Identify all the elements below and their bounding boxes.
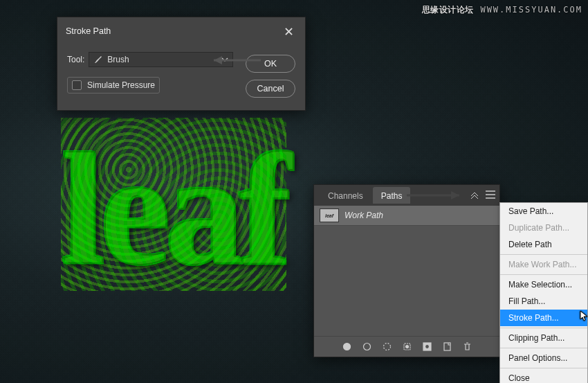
dialog-left: Tool: Brush Simulate Pressure: [67, 52, 233, 98]
panel-context-menu: Save Path...Duplicate Path...Delete Path…: [499, 202, 588, 383]
hamburger-icon: [486, 190, 495, 199]
tool-value: Brush: [107, 55, 129, 64]
paths-list[interactable]: leaf Work Path: [314, 206, 499, 336]
watermark-top-url: WWW.MISSYUAN.COM: [480, 5, 582, 15]
artwork-text: leaf: [61, 118, 286, 291]
simulate-pressure-label: Simulate Pressure: [87, 80, 155, 90]
watermark-top: 思缘设计论坛 WWW.MISSYUAN.COM: [422, 4, 582, 16]
fill-path-icon[interactable]: [342, 341, 352, 352]
menu-item-save-path[interactable]: Save Path...: [500, 203, 587, 220]
menu-item-duplicate-path: Duplicate Path...: [500, 220, 587, 236]
menu-item-panel-options[interactable]: Panel Options...: [500, 350, 587, 366]
paths-panel: Channels Paths leaf Work Path: [313, 184, 500, 357]
menu-item-delete-path[interactable]: Delete Path: [500, 236, 587, 253]
cursor-pointer: [580, 310, 588, 321]
svg-point-2: [383, 344, 390, 350]
path-thumbnail: leaf: [320, 208, 339, 222]
menu-item-stroke-path[interactable]: Stroke Path...: [500, 310, 587, 326]
path-name: Work Path: [344, 211, 383, 220]
path-to-selection-icon[interactable]: [382, 341, 392, 352]
delete-path-icon[interactable]: [462, 341, 472, 352]
dialog-close-button[interactable]: [280, 23, 297, 39]
tool-label: Tool:: [67, 55, 84, 64]
tool-row: Tool: Brush: [67, 52, 233, 67]
menu-item-close[interactable]: Close: [500, 370, 587, 383]
svg-rect-7: [444, 343, 450, 350]
simulate-pressure-checkbox[interactable]: [72, 80, 82, 90]
make-work-path-icon[interactable]: [402, 341, 412, 352]
svg-point-6: [425, 345, 429, 349]
annotation-arrow-2: [405, 189, 468, 202]
menu-item-fill-path[interactable]: Fill Path...: [500, 293, 587, 310]
menu-separator: [500, 328, 587, 328]
panel-menu-button[interactable]: [486, 190, 495, 201]
stroke-path-dialog: Stroke Path Tool: Brush Simulate Pressur…: [57, 17, 306, 111]
tab-channels[interactable]: Channels: [320, 187, 371, 204]
simulate-pressure-row[interactable]: Simulate Pressure: [67, 77, 160, 93]
brush-icon: [93, 55, 103, 64]
menu-separator: [500, 274, 587, 275]
dialog-titlebar[interactable]: Stroke Path: [57, 17, 305, 45]
panel-collapse-icon[interactable]: [470, 192, 479, 202]
mask-icon[interactable]: [422, 341, 432, 352]
menu-item-make-work-path: Make Work Path...: [500, 256, 587, 273]
annotation-arrow-1: [207, 53, 262, 68]
svg-point-4: [405, 346, 408, 348]
menu-separator: [500, 254, 587, 255]
stroke-path-icon[interactable]: [362, 341, 372, 352]
svg-point-0: [343, 344, 350, 350]
dialog-title-text: Stroke Path: [66, 26, 111, 36]
dialog-body: Tool: Brush Simulate Pressure OK Cancel: [57, 45, 305, 110]
menu-item-clipping-path[interactable]: Clipping Path...: [500, 330, 587, 346]
watermark-top-text: 思缘设计论坛: [422, 5, 474, 15]
cancel-button[interactable]: Cancel: [246, 80, 295, 98]
new-path-icon[interactable]: [442, 341, 452, 352]
menu-separator: [500, 368, 587, 368]
path-item[interactable]: leaf Work Path: [314, 206, 499, 226]
tool-dropdown[interactable]: Brush: [89, 52, 233, 67]
menu-separator: [500, 348, 587, 348]
svg-point-1: [363, 344, 370, 350]
panel-tabs: Channels Paths: [314, 185, 499, 206]
menu-item-make-selection[interactable]: Make Selection...: [500, 276, 587, 293]
close-icon: [285, 28, 293, 35]
panel-footer: [314, 336, 499, 357]
